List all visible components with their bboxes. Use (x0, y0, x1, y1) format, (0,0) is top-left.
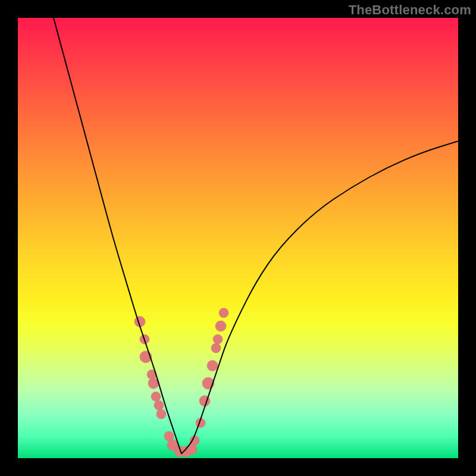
curve-left (54, 18, 181, 454)
data-point (156, 409, 166, 419)
curve-right (181, 141, 458, 453)
watermark-text: TheBottleneck.com (349, 2, 471, 18)
data-point (186, 444, 197, 455)
data-point (207, 361, 218, 371)
scatter-layer (134, 308, 228, 457)
data-point (211, 343, 221, 353)
data-point (219, 308, 228, 318)
data-point (151, 392, 161, 401)
data-point (154, 400, 164, 410)
data-point (213, 334, 223, 344)
chart-svg (18, 18, 458, 458)
data-point (190, 436, 199, 445)
data-point (215, 321, 226, 331)
